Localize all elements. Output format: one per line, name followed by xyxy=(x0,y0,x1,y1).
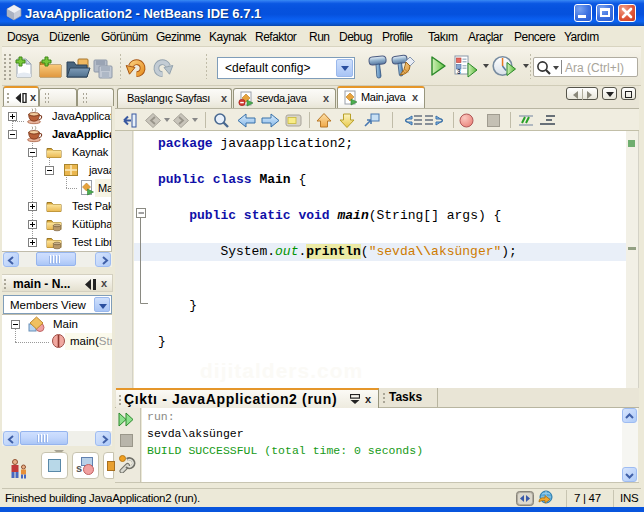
svg-text:3: 3 xyxy=(457,68,461,75)
